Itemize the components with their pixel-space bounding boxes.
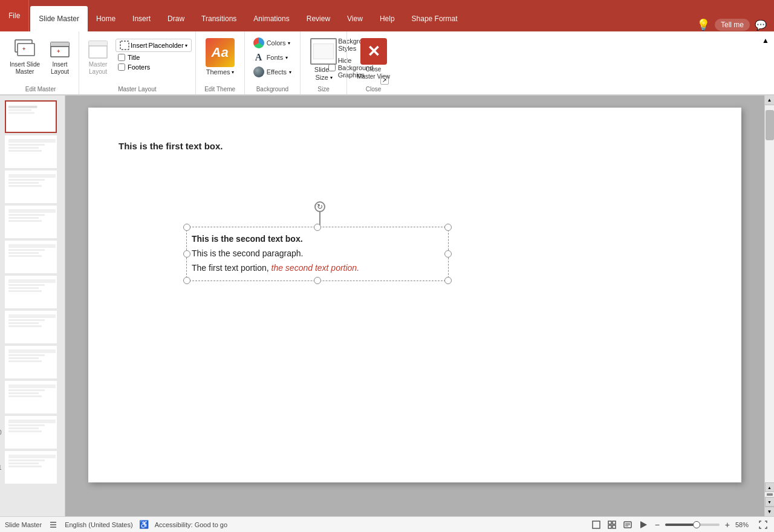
insert-slide-master-button[interactable]: + Insert Slide Master — [6, 36, 44, 77]
tab-review[interactable]: Review — [298, 6, 339, 31]
master-layout-button[interactable]: Master Layout — [83, 36, 113, 77]
svg-rect-67 — [8, 459, 45, 461]
handle-tl[interactable] — [183, 224, 190, 231]
fit-to-window-button[interactable] — [757, 519, 769, 531]
group-master-layout: Master Layout Insert Placeholder ▾ Title… — [79, 31, 196, 94]
ribbon-collapse-button[interactable]: ▲ — [759, 34, 772, 47]
slide-thumbnail-11[interactable]: 11 — [5, 451, 60, 484]
svg-rect-31 — [8, 209, 56, 213]
textbox-1: This is the first text box. — [119, 141, 223, 151]
scroll-section-up[interactable]: ▲ — [765, 482, 775, 492]
slide-thumbnail-2[interactable]: 2 — [5, 135, 60, 168]
zoom-slider-thumb[interactable] — [693, 521, 700, 528]
svg-rect-62 — [8, 424, 45, 426]
slide-thumbnail-4[interactable]: 4 — [5, 206, 60, 238]
svg-rect-24 — [8, 150, 42, 152]
tab-file[interactable]: File — [0, 0, 29, 31]
scroll-track[interactable] — [765, 105, 775, 482]
footers-checkbox[interactable]: Footers — [115, 63, 192, 71]
group-edit-master: + Insert Slide Master + Insert Layout Ed… — [2, 31, 79, 94]
slide-thumbnail-6[interactable]: 6 — [5, 276, 60, 308]
svg-rect-11 — [120, 41, 129, 50]
zoom-in-button[interactable]: + — [723, 520, 732, 530]
svg-rect-15 — [313, 44, 334, 59]
scroll-down-button[interactable]: ▼ — [765, 507, 775, 516]
svg-rect-38 — [8, 252, 39, 254]
chat-icon[interactable]: 💬 — [755, 19, 767, 31]
edit-master-group-label: Edit Master — [2, 86, 79, 92]
textbox-2[interactable]: This is the second text box. This is the… — [186, 227, 449, 281]
insert-layout-label: Insert Layout — [51, 61, 69, 76]
reading-view-button[interactable] — [622, 519, 634, 531]
effects-label: Effects — [267, 68, 287, 76]
handle-tc[interactable] — [314, 224, 321, 231]
svg-rect-66 — [8, 455, 56, 458]
close-master-view-label: Close Master View — [357, 66, 390, 80]
zoom-level[interactable]: 58% — [735, 521, 753, 528]
tab-insert[interactable]: Insert — [124, 6, 159, 31]
tell-me-box[interactable]: Help Tell me — [715, 19, 750, 31]
slide-thumbnail-8[interactable]: 8 — [5, 346, 60, 378]
zoom-out-button[interactable]: − — [653, 520, 662, 530]
handle-bc[interactable] — [314, 277, 321, 284]
zoom-slider[interactable] — [665, 524, 720, 526]
tab-draw[interactable]: Draw — [159, 6, 193, 31]
normal-view-button[interactable] — [590, 519, 602, 531]
colors-label: Colors — [267, 39, 286, 47]
svg-rect-23 — [8, 147, 39, 149]
handle-bl[interactable] — [183, 277, 190, 284]
svg-rect-44 — [8, 290, 42, 292]
effects-button[interactable]: Effects ▾ — [250, 65, 295, 79]
fonts-icon: A — [253, 52, 264, 63]
rotate-handle[interactable]: ↻ — [314, 201, 325, 212]
insert-layout-button[interactable]: + Insert Layout — [45, 36, 75, 77]
tab-slide-master[interactable]: Slide Master — [30, 6, 88, 31]
textbox-2-content: This is the second text box. This is the… — [192, 232, 443, 275]
slide-sorter-button[interactable] — [606, 519, 618, 531]
svg-rect-17 — [8, 106, 37, 108]
slide-thumbnail-7[interactable]: 7 — [5, 311, 60, 343]
svg-rect-27 — [8, 179, 45, 181]
handle-mr[interactable] — [444, 250, 452, 258]
slide-thumbnail-1[interactable]: 1 — [5, 100, 60, 133]
slide-thumbnail-3[interactable]: 3 — [5, 170, 60, 203]
themes-button[interactable]: Aa Themes ▾ — [201, 36, 239, 77]
slide-thumbnail-9[interactable]: 9 — [5, 381, 60, 414]
slide-thumbnail-5[interactable]: 5 — [5, 241, 60, 273]
language: English (United States) — [65, 521, 133, 528]
tab-home[interactable]: Home — [88, 6, 124, 31]
textbox-2-line2: This is the second paragraph. — [192, 248, 303, 258]
vertical-scrollbar[interactable]: ▲ ▲ ▼ ▼ — [764, 96, 774, 516]
svg-rect-41 — [8, 279, 56, 283]
fonts-label: Fonts — [267, 54, 284, 61]
lightbulb-icon: 💡 — [697, 18, 710, 31]
tab-animations[interactable]: Animations — [245, 6, 298, 31]
title-checkbox[interactable]: Title — [115, 53, 192, 62]
master-layout-group-label: Master Layout — [79, 86, 195, 92]
handle-br[interactable] — [444, 277, 452, 284]
accessibility-status: Accessibility: Good to go — [155, 521, 227, 528]
svg-rect-74 — [608, 521, 611, 524]
insert-placeholder-button[interactable]: Insert Placeholder ▾ — [115, 39, 192, 52]
close-master-view-button[interactable]: ✕ Close Master View — [352, 36, 395, 82]
tab-help[interactable]: Help — [371, 6, 403, 31]
effects-chevron-icon: ▾ — [289, 70, 291, 75]
status-bar: Slide Master English (United States) ♿ A… — [0, 516, 774, 532]
slide-thumbnail-10[interactable]: 10 — [5, 416, 60, 449]
svg-rect-18 — [8, 109, 31, 111]
svg-rect-57 — [8, 389, 45, 391]
scroll-up-button[interactable]: ▲ — [765, 96, 775, 105]
slideshow-button[interactable] — [637, 519, 649, 531]
tab-view[interactable]: View — [339, 6, 371, 31]
tab-transitions[interactable]: Transitions — [193, 6, 245, 31]
scroll-thumb[interactable] — [766, 110, 774, 140]
slide-size-button[interactable]: Slide Size ▾ — [305, 36, 342, 83]
scroll-section-down[interactable]: ▼ — [765, 497, 775, 507]
handle-ml[interactable] — [183, 250, 190, 258]
handle-tr[interactable] — [444, 224, 452, 231]
tab-shape-format[interactable]: Shape Format — [403, 6, 466, 31]
outline-view-icon[interactable] — [48, 519, 59, 530]
fonts-button[interactable]: A Fonts ▾ — [250, 51, 295, 64]
themes-label: Themes — [206, 68, 230, 76]
colors-button[interactable]: Colors ▾ — [250, 36, 295, 50]
